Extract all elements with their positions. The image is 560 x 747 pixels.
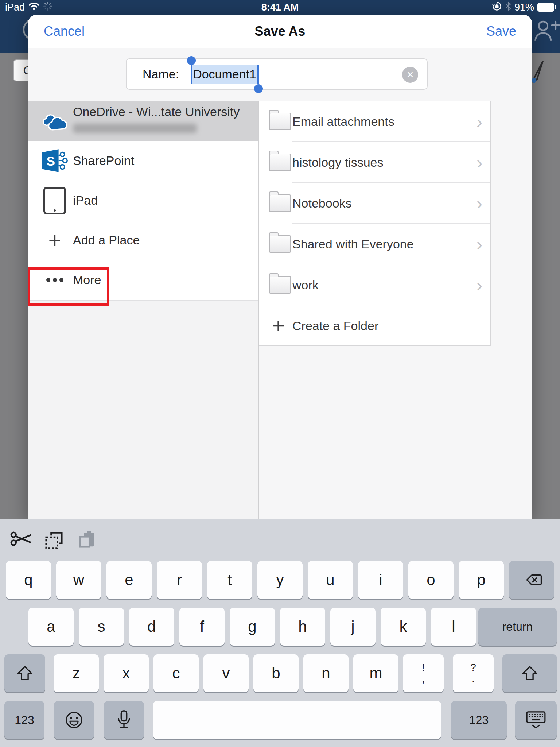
key-shift-left[interactable]: [4, 654, 45, 692]
key-backspace[interactable]: [509, 561, 554, 599]
clear-text-button[interactable]: ✕: [402, 67, 418, 83]
key-bottom-label: .: [472, 674, 475, 685]
keyboard-dismiss-icon: [525, 711, 547, 729]
key-c[interactable]: c: [153, 654, 199, 692]
key-v[interactable]: v: [203, 654, 249, 692]
place-add-a-place[interactable]: + Add a Place: [28, 220, 258, 261]
filename-input[interactable]: Name: Document1 ✕: [126, 58, 428, 90]
dialog-title: Save As: [28, 15, 532, 48]
filename-value-selected[interactable]: Document1: [192, 65, 257, 84]
place-onedrive-label: OneDrive - Wi...tate University: [73, 105, 240, 119]
backspace-icon: [521, 573, 542, 587]
share-people-add-icon: [533, 19, 560, 44]
name-section: Name: Document1 ✕: [28, 48, 532, 102]
chevron-right-icon: ›: [477, 183, 482, 224]
key-top-label: !: [422, 662, 425, 673]
keyboard-row-4: 123 123: [0, 701, 560, 739]
key-y[interactable]: y: [257, 561, 303, 599]
key-u[interactable]: u: [308, 561, 353, 599]
ios-keyboard: q w e r t y u i o p a s d f g h j k l re…: [0, 519, 560, 747]
selection-caret-start: [191, 65, 192, 84]
key-b[interactable]: b: [253, 654, 299, 692]
onedrive-icon: [38, 101, 71, 141]
key-r[interactable]: r: [157, 561, 202, 599]
key-a[interactable]: a: [28, 608, 74, 646]
selection-handle-end[interactable]: [254, 84, 263, 93]
folder-icon: [269, 154, 291, 171]
keyboard-row-3: z x c v b n m ! , ? .: [0, 654, 560, 692]
place-add-label: Add a Place: [73, 220, 140, 260]
key-p[interactable]: p: [459, 561, 504, 599]
key-z[interactable]: z: [54, 654, 99, 692]
place-ipad[interactable]: iPad: [28, 181, 258, 221]
key-w[interactable]: w: [56, 561, 101, 599]
emoji-icon: [65, 711, 83, 729]
sharepoint-icon: S: [38, 141, 71, 181]
folder-label: work: [292, 264, 319, 305]
folder-list: Email attachments › histology tissues › …: [259, 101, 491, 346]
folder-icon: [269, 235, 291, 253]
key-h[interactable]: h: [280, 608, 325, 646]
key-x[interactable]: x: [104, 654, 149, 692]
battery-percent: 91%: [514, 2, 534, 13]
folder-histology-tissues[interactable]: histology tissues ›: [259, 142, 490, 183]
paste-icon[interactable]: [78, 530, 96, 552]
folder-work[interactable]: work ›: [259, 264, 490, 305]
ipad-icon: [38, 181, 71, 220]
clock: 8:41 AM: [261, 2, 299, 13]
key-e[interactable]: e: [106, 561, 152, 599]
create-folder-label: Create a Folder: [292, 305, 378, 346]
place-sharepoint-label: SharePoint: [73, 141, 134, 181]
key-k[interactable]: k: [381, 608, 426, 646]
svg-text:S: S: [47, 154, 55, 168]
folder-shared-with-everyone[interactable]: Shared with Everyone ›: [259, 224, 490, 264]
key-exclaim-comma[interactable]: ! ,: [403, 654, 444, 692]
key-j[interactable]: j: [330, 608, 376, 646]
key-emoji[interactable]: [54, 701, 94, 739]
selection-handle-start[interactable]: [187, 56, 196, 65]
chevron-right-icon: ›: [477, 224, 482, 264]
copy-icon[interactable]: [44, 531, 63, 551]
save-button[interactable]: Save: [486, 15, 516, 48]
key-space[interactable]: [153, 701, 441, 739]
key-n[interactable]: n: [303, 654, 349, 692]
dialog-header: Cancel Save As Save: [28, 15, 532, 49]
bluetooth-icon: [505, 1, 511, 13]
key-l[interactable]: l: [431, 608, 476, 646]
key-m[interactable]: m: [353, 654, 398, 692]
cut-icon[interactable]: [10, 530, 33, 549]
key-f[interactable]: f: [179, 608, 225, 646]
key-t[interactable]: t: [207, 561, 252, 599]
key-s[interactable]: s: [79, 608, 124, 646]
folder-label: Email attachments: [292, 101, 394, 142]
key-dismiss-keyboard[interactable]: [515, 701, 557, 739]
key-return[interactable]: return: [478, 608, 557, 646]
plus-icon: +: [272, 305, 285, 346]
key-numbers-left[interactable]: 123: [4, 701, 44, 739]
place-sharepoint[interactable]: S SharePoint: [28, 141, 258, 181]
folder-icon: [269, 113, 291, 130]
plus-icon: +: [38, 220, 71, 260]
key-q[interactable]: q: [6, 561, 51, 599]
place-ipad-label: iPad: [73, 181, 98, 220]
key-question-period[interactable]: ? .: [453, 654, 494, 692]
key-shift-right[interactable]: [502, 654, 557, 692]
folder-email-attachments[interactable]: Email attachments ›: [259, 101, 490, 142]
place-onedrive[interactable]: OneDrive - Wi...tate University: [28, 101, 258, 142]
key-g[interactable]: g: [230, 608, 275, 646]
edit-pencil-icon: [530, 59, 545, 87]
folder-label: Notebooks: [292, 183, 352, 224]
keyboard-shortcut-bar: [0, 519, 560, 560]
folder-icon: [269, 194, 291, 212]
create-folder-button[interactable]: + Create a Folder: [259, 305, 490, 346]
folder-notebooks[interactable]: Notebooks ›: [259, 183, 490, 224]
chevron-right-icon: ›: [477, 142, 482, 183]
key-i[interactable]: i: [358, 561, 403, 599]
folder-label: histology tissues: [292, 142, 383, 183]
key-numbers-right[interactable]: 123: [451, 701, 507, 739]
key-o[interactable]: o: [408, 561, 454, 599]
save-as-dialog: Cancel Save As Save Name: Document1 ✕: [28, 15, 532, 519]
key-d[interactable]: d: [129, 608, 174, 646]
battery-icon: [537, 3, 556, 12]
key-dictation[interactable]: [104, 701, 144, 739]
